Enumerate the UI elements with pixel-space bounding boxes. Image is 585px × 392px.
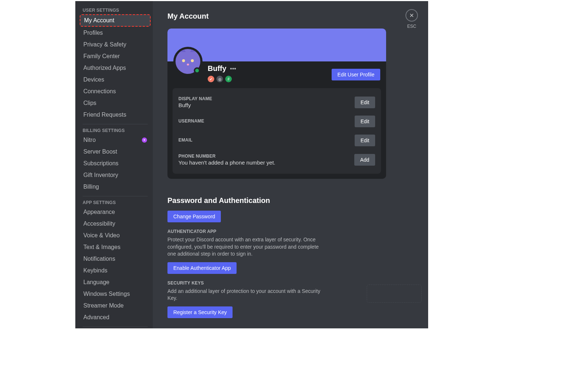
profile-card: Buffy ••• ✔ ◎ # Edit User Profile DISPLA…	[167, 29, 386, 179]
sidebar-item-keybinds[interactable]: Keybinds	[80, 265, 151, 276]
field-label: DISPLAY NAME	[178, 96, 212, 101]
sidebar-divider	[83, 124, 148, 124]
authenticator-app-desc: Protect your Discord account with an ext…	[167, 236, 325, 258]
password-auth-title: Password and Authentication	[167, 196, 414, 205]
sidebar-item-connections[interactable]: Connections	[80, 86, 151, 97]
sidebar-item-privacy-safety[interactable]: Privacy & Safety	[80, 39, 151, 50]
sidebar-category-app: APP SETTINGS	[83, 200, 148, 205]
esc-label: ESC	[407, 24, 416, 29]
sidebar-item-profiles[interactable]: Profiles	[80, 27, 151, 38]
close-stack: ESC	[405, 9, 418, 29]
change-password-button[interactable]: Change Password	[167, 211, 221, 222]
sidebar-item-gift-inventory[interactable]: Gift Inventory	[80, 170, 151, 181]
sidebar-item-family-center[interactable]: Family Center	[80, 51, 151, 62]
decorative-illustration	[367, 284, 422, 303]
status-online-icon	[194, 67, 200, 74]
sidebar-item-advanced[interactable]: Advanced	[80, 312, 151, 323]
sidebar-item-subscriptions[interactable]: Subscriptions	[80, 158, 151, 169]
edit-user-profile-button[interactable]: Edit User Profile	[332, 69, 380, 80]
badge-nitro-icon: ◎	[216, 76, 223, 82]
sidebar-item-friend-requests[interactable]: Friend Requests	[80, 109, 151, 120]
sidebar-item-voice-video[interactable]: Voice & Video	[80, 230, 151, 241]
sidebar-item-accessibility[interactable]: Accessibility	[80, 218, 151, 229]
profile-more-icon[interactable]: •••	[230, 65, 236, 72]
edit-email-button[interactable]: Edit	[355, 135, 375, 146]
badge-hypesquad-icon: ✔	[208, 76, 214, 82]
sidebar-item-windows-settings[interactable]: Windows Settings	[80, 289, 151, 299]
sidebar-divider	[83, 327, 148, 327]
field-label: PHONE NUMBER	[178, 154, 275, 159]
settings-window: USER SETTINGS My Account Profiles Privac…	[75, 1, 428, 328]
field-label: USERNAME	[178, 118, 204, 124]
sidebar-item-authorized-apps[interactable]: Authorized Apps	[80, 63, 151, 74]
field-label: EMAIL	[178, 137, 193, 143]
profile-display-name: Buffy	[208, 64, 226, 73]
edit-display-name-button[interactable]: Edit	[355, 97, 375, 108]
sidebar-item-server-boost[interactable]: Server Boost	[80, 146, 151, 157]
nitro-badge-icon: ✦	[142, 137, 147, 143]
sidebar-item-text-images[interactable]: Text & Images	[80, 242, 151, 253]
field-row-email: EMAIL Edit	[178, 132, 375, 149]
field-row-phone: PHONE NUMBER You haven't added a phone n…	[178, 151, 375, 169]
edit-username-button[interactable]: Edit	[355, 116, 375, 127]
field-row-username: USERNAME Edit	[178, 113, 375, 130]
settings-sidebar: USER SETTINGS My Account Profiles Privac…	[75, 1, 153, 328]
sidebar-item-appearance[interactable]: Appearance	[80, 207, 151, 218]
sidebar-divider	[83, 196, 148, 196]
settings-content: ESC My Account B	[153, 1, 428, 328]
profile-info-panel: DISPLAY NAME Buffy Edit USERNAME Edit EM…	[173, 88, 381, 174]
sidebar-category-user: USER SETTINGS	[83, 8, 148, 13]
field-value: Buffy	[178, 102, 212, 108]
enable-authenticator-button[interactable]: Enable Authenticator App	[167, 262, 237, 274]
sidebar-item-billing[interactable]: Billing	[80, 181, 151, 192]
avatar[interactable]	[173, 47, 203, 76]
field-value: You haven't added a phone number yet.	[178, 159, 275, 166]
field-row-display-name: DISPLAY NAME Buffy Edit	[178, 93, 375, 111]
sidebar-category-billing: BILLING SETTINGS	[83, 128, 148, 133]
add-phone-button[interactable]: Add	[354, 154, 375, 166]
profile-badges: ✔ ◎ #	[208, 76, 236, 82]
sidebar-item-devices[interactable]: Devices	[80, 74, 151, 85]
close-icon	[409, 12, 415, 18]
sidebar-item-my-account[interactable]: My Account	[80, 14, 151, 27]
page-title: My Account	[167, 12, 414, 20]
register-security-key-button[interactable]: Register a Security Key	[167, 306, 233, 318]
close-button[interactable]	[405, 9, 418, 22]
sidebar-item-clips[interactable]: Clips	[80, 98, 151, 109]
sidebar-item-notifications[interactable]: Notifications	[80, 253, 151, 264]
authenticator-app-label: AUTHENTICATOR APP	[167, 229, 414, 234]
sidebar-item-nitro[interactable]: Nitro ✦	[80, 135, 151, 146]
sidebar-item-language[interactable]: Language	[80, 277, 151, 288]
badge-tag-icon: #	[225, 76, 232, 82]
security-keys-desc: Add an additional layer of protection to…	[167, 288, 325, 302]
sidebar-item-streamer-mode[interactable]: Streamer Mode	[80, 300, 151, 311]
